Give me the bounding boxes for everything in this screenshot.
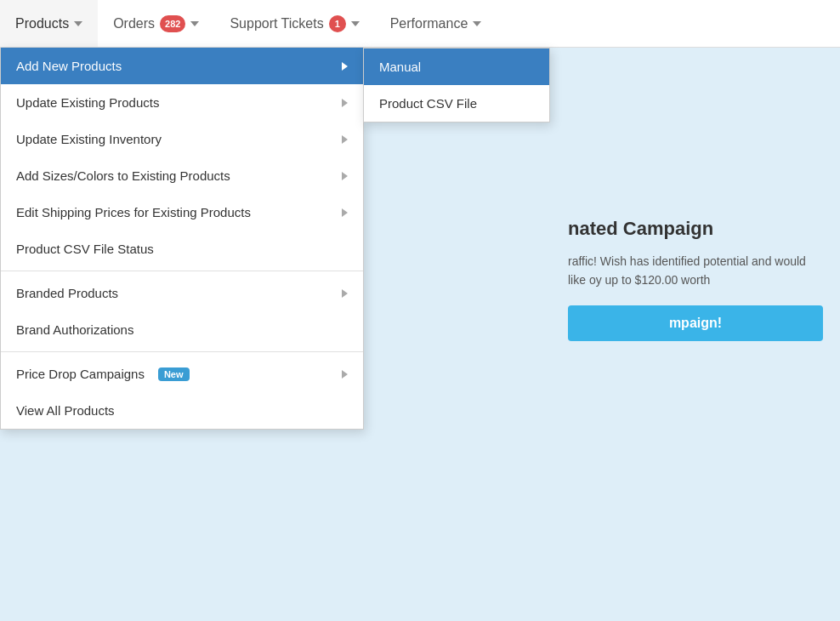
chevron-right-icon xyxy=(342,62,348,71)
menu-item-left-6: Branded Products xyxy=(16,286,118,300)
menu-item-left-1: Update Existing Products xyxy=(16,95,159,110)
menu-item-0[interactable]: Add New Products xyxy=(1,48,363,84)
menu-item-3[interactable]: Add Sizes/Colors to Existing Products xyxy=(1,157,363,194)
orders-badge: 282 xyxy=(160,15,185,32)
nav-performance-label: Performance xyxy=(390,16,468,31)
menu-item-9[interactable]: View All Products xyxy=(1,392,363,429)
menu-item-left-2: Update Existing Inventory xyxy=(16,132,162,146)
menu-item-label-3: Add Sizes/Colors to Existing Products xyxy=(16,168,230,183)
menu-item-7[interactable]: Brand Authorizations xyxy=(1,311,363,348)
menu-item-label-6: Branded Products xyxy=(16,286,118,300)
menu-item-label-5: Product CSV File Status xyxy=(16,242,154,256)
menu-divider xyxy=(1,271,363,271)
nav-products-label: Products xyxy=(15,16,69,31)
menu-item-2[interactable]: Update Existing Inventory xyxy=(1,121,363,157)
new-badge-8: New xyxy=(158,367,190,381)
chevron-down-icon xyxy=(190,21,199,26)
chevron-down-icon xyxy=(473,21,481,26)
nav-orders-label: Orders xyxy=(113,16,155,31)
menu-item-label-4: Edit Shipping Prices for Existing Produc… xyxy=(16,205,251,219)
chevron-right-icon xyxy=(342,135,348,144)
submenu-item-label-1: Product CSV File xyxy=(379,96,477,111)
chevron-down-icon xyxy=(351,21,360,26)
nav-orders[interactable]: Orders 282 xyxy=(98,0,214,47)
campaign-text: raffic! Wish has identified potential an… xyxy=(568,252,823,290)
menu-item-5[interactable]: Product CSV File Status xyxy=(1,231,363,267)
nav-performance[interactable]: Performance xyxy=(375,0,497,47)
menu-divider xyxy=(1,351,363,352)
menu-item-left-5: Product CSV File Status xyxy=(16,242,154,256)
menu-item-left-9: View All Products xyxy=(16,403,115,418)
chevron-right-icon xyxy=(342,99,348,107)
menu-item-4[interactable]: Edit Shipping Prices for Existing Produc… xyxy=(1,194,363,231)
menu-item-left-7: Brand Authorizations xyxy=(16,322,133,337)
support-badge: 1 xyxy=(329,15,346,32)
products-dropdown: Add New ProductsUpdate Existing Products… xyxy=(0,48,364,430)
menu-item-label-7: Brand Authorizations xyxy=(16,322,133,337)
campaign-card: nated Campaign raffic! Wish has identifi… xyxy=(551,201,840,358)
nav-products[interactable]: Products xyxy=(0,0,98,47)
chevron-right-icon xyxy=(342,370,348,379)
chevron-right-icon xyxy=(342,208,348,217)
menu-item-left-3: Add Sizes/Colors to Existing Products xyxy=(16,168,230,183)
menu-item-left-4: Edit Shipping Prices for Existing Produc… xyxy=(16,205,251,219)
menu-item-label-0: Add New Products xyxy=(16,59,122,73)
navbar: Products Orders 282 Support Tickets 1 Pe… xyxy=(0,0,840,48)
menu-item-6[interactable]: Branded Products xyxy=(1,275,363,311)
nav-support[interactable]: Support Tickets 1 xyxy=(214,0,374,47)
chevron-down-icon xyxy=(74,21,82,26)
menu-item-8[interactable]: Price Drop CampaignsNew xyxy=(1,356,363,392)
submenu-item-label-0: Manual xyxy=(379,60,421,74)
chevron-right-icon xyxy=(342,289,348,298)
submenu-item-0[interactable]: Manual xyxy=(364,48,549,85)
add-new-products-submenu: ManualProduct CSV File xyxy=(363,48,550,122)
menu-item-label-2: Update Existing Inventory xyxy=(16,132,162,146)
menu-item-label-8: Price Drop Campaigns xyxy=(16,367,145,381)
menu-item-1[interactable]: Update Existing Products xyxy=(1,84,363,121)
menu-item-left-0: Add New Products xyxy=(16,59,122,73)
nav-support-label: Support Tickets xyxy=(230,16,323,31)
menu-item-label-9: View All Products xyxy=(16,403,115,418)
menu-item-left-8: Price Drop CampaignsNew xyxy=(16,367,190,381)
menu-item-label-1: Update Existing Products xyxy=(16,95,159,110)
campaign-button[interactable]: mpaign! xyxy=(568,305,823,341)
chevron-right-icon xyxy=(342,172,348,180)
campaign-title: nated Campaign xyxy=(568,218,823,240)
submenu-item-1[interactable]: Product CSV File xyxy=(364,85,549,122)
